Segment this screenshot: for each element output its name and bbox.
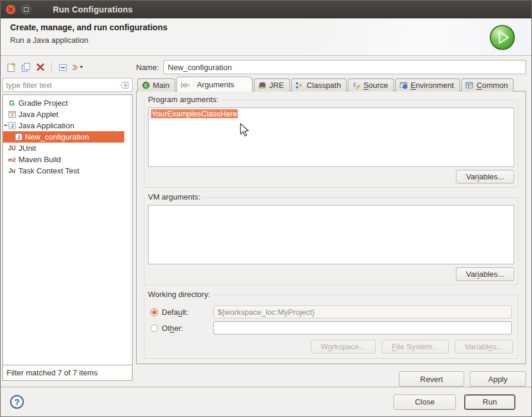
name-label: Name: <box>136 63 159 72</box>
tab-main[interactable]: C Main <box>137 78 175 91</box>
tab-environment[interactable]: Environment <box>395 78 460 91</box>
tab-label: JRE <box>269 81 284 90</box>
dialog-footer: ? Close Run <box>1 387 531 416</box>
tree-item-task-context-test[interactable]: Ju Task Context Test <box>3 165 132 176</box>
window-title: Run Configurations <box>53 5 133 14</box>
vm-arguments-variables-button[interactable]: Variables... <box>456 267 514 281</box>
main-tab-icon: C <box>141 81 150 90</box>
arguments-tab-content: Program arguments: YourExamplesClassHere… <box>136 91 526 364</box>
java-application-icon: J <box>8 122 16 130</box>
default-directory-field <box>213 305 512 318</box>
close-icon <box>5 4 16 15</box>
tab-label: Arguments <box>197 80 234 89</box>
file-system-button: File System... <box>382 340 449 353</box>
tab-common[interactable]: Common <box>461 78 514 91</box>
tree-expander-icon[interactable] <box>4 125 7 126</box>
classpath-tab-icon <box>295 81 304 90</box>
vm-arguments-label: VM arguments: <box>146 192 203 201</box>
clear-filter-icon[interactable] <box>120 81 129 89</box>
tree-item-label: JUnit <box>18 144 36 153</box>
vm-arguments-textarea[interactable] <box>148 205 514 264</box>
tree-item-java-application[interactable]: J Java Application <box>3 120 132 131</box>
tree-item-new-configuration[interactable]: J New_configuration <box>3 131 124 143</box>
svg-text:(x)=: (x)= <box>181 81 190 87</box>
junit-icon: JU <box>8 144 16 153</box>
toolbar-separator <box>51 62 52 72</box>
dialog-header: Create, manage, and run configurations R… <box>1 18 531 56</box>
filter-icon <box>71 62 79 72</box>
filter-box <box>2 78 133 92</box>
java-application-icon: J <box>14 133 23 141</box>
duplicate-configuration-button[interactable] <box>20 61 32 73</box>
default-radio-label: Default: <box>162 308 188 317</box>
name-input[interactable] <box>163 60 526 74</box>
working-directory-group: Working directory: Default: Other: <box>144 295 518 359</box>
svg-text:J: J <box>11 112 13 118</box>
tree-item-label: Task Context Test <box>18 166 79 175</box>
program-arguments-textarea[interactable]: YourExamplesClassHere <box>148 108 514 167</box>
other-radio-icon[interactable] <box>150 324 158 332</box>
program-arguments-variables-button[interactable]: Variables... <box>456 170 514 184</box>
tab-arguments[interactable]: (x)= Arguments <box>177 77 253 91</box>
default-directory-row: Default: <box>150 305 512 318</box>
header-subtitle: Run a Java application <box>10 36 522 45</box>
collapse-all-button[interactable] <box>56 61 68 73</box>
filter-status: Filter matched 7 of 7 items <box>3 365 132 380</box>
configuration-editor: Name: C Main (x)= Arguments JRE <box>136 60 526 381</box>
common-tab-icon <box>465 81 474 90</box>
tab-label: Environment <box>411 81 454 90</box>
new-config-icon <box>6 62 16 72</box>
close-button[interactable]: Close <box>394 394 456 410</box>
svg-text:C: C <box>144 83 147 89</box>
vm-arguments-group: VM arguments: Variables... <box>144 197 518 285</box>
other-directory-field[interactable] <box>213 321 512 334</box>
filter-configurations-button[interactable] <box>71 61 83 73</box>
delete-icon <box>36 62 45 72</box>
tab-jre[interactable]: JRE <box>254 78 290 91</box>
collapse-all-icon <box>58 62 68 72</box>
duplicate-icon <box>21 62 31 72</box>
other-directory-row: Other: <box>150 321 512 334</box>
configurations-sidebar: G Gradle Project J Java Applet J Java Ap… <box>2 59 133 381</box>
run-play-icon <box>489 24 516 51</box>
default-radio-icon[interactable] <box>150 308 158 316</box>
delete-configuration-button[interactable] <box>34 61 46 73</box>
java-applet-icon: J <box>8 110 16 119</box>
run-configurations-dialog: Run Configurations Create, manage, and r… <box>0 0 532 417</box>
tab-source[interactable]: Source <box>348 78 394 91</box>
environment-tab-icon <box>399 81 408 90</box>
maximize-icon <box>21 4 32 15</box>
tree-item-junit[interactable]: JU JUnit <box>3 143 132 154</box>
tree-item-maven-build[interactable]: m2 Maven Build <box>3 154 132 165</box>
tab-classpath[interactable]: Classpath <box>291 78 347 91</box>
apply-button[interactable]: Apply <box>470 371 526 387</box>
configurations-tree-panel: G Gradle Project J Java Applet J Java Ap… <box>2 94 133 381</box>
run-button[interactable]: Run <box>464 394 515 410</box>
window-maximize-button[interactable] <box>21 4 32 15</box>
maven-icon: m2 <box>8 156 16 164</box>
help-button[interactable]: ? <box>10 395 24 409</box>
filter-input[interactable] <box>6 81 118 90</box>
window-titlebar[interactable]: Run Configurations <box>1 1 531 18</box>
program-arguments-group: Program arguments: YourExamplesClassHere… <box>144 100 518 188</box>
jre-tab-icon <box>258 81 266 90</box>
new-configuration-button[interactable] <box>5 61 17 73</box>
working-directory-label: Working directory: <box>146 290 213 299</box>
workspace-button: Workspace... <box>311 340 376 353</box>
other-radio-label: Other: <box>162 324 183 333</box>
tree-item-label: Java Applet <box>18 110 58 119</box>
gradle-icon: G <box>8 99 16 108</box>
tree-item-label: Gradle Project <box>18 99 68 108</box>
other-radio-option[interactable]: Other: <box>150 324 209 333</box>
revert-button[interactable]: Revert <box>399 371 464 387</box>
working-directory-variables-button: Variables... <box>455 340 513 353</box>
arguments-tab-icon: (x)= <box>181 80 194 89</box>
default-radio-option[interactable]: Default: <box>150 308 209 317</box>
window-close-button[interactable] <box>5 4 16 15</box>
tree-item-gradle-project[interactable]: G Gradle Project <box>3 97 132 109</box>
tree-item-java-applet[interactable]: J Java Applet <box>3 109 132 120</box>
tab-label: Main <box>153 81 169 90</box>
svg-text:J: J <box>17 134 20 140</box>
tab-label: Source <box>363 81 388 90</box>
tree-item-label: New_configuration <box>25 132 89 141</box>
